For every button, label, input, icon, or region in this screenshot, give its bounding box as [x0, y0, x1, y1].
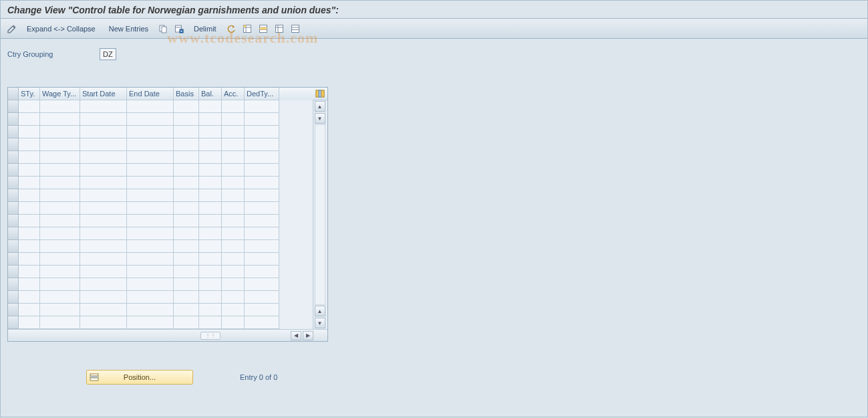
cell-start[interactable]: [80, 215, 127, 227]
row-selector[interactable]: [8, 278, 19, 291]
cell-ded[interactable]: [245, 291, 279, 304]
cell-end[interactable]: [127, 304, 174, 316]
col-header-sty[interactable]: STy.: [19, 88, 40, 100]
cell-basis[interactable]: [174, 304, 199, 316]
cell-start[interactable]: [80, 304, 127, 316]
delimit-button[interactable]: Delimit: [188, 21, 223, 36]
cell-basis[interactable]: [174, 227, 199, 240]
table-row[interactable]: [8, 316, 313, 329]
vertical-scrollbar[interactable]: ▲ ▼ ▲ ▼: [313, 100, 326, 329]
cell-bal[interactable]: [199, 304, 222, 316]
cell-bal[interactable]: [199, 240, 222, 253]
cell-sty[interactable]: [19, 304, 40, 316]
cell-bal[interactable]: [199, 100, 222, 113]
cell-ded[interactable]: [245, 240, 279, 253]
cell-acc[interactable]: [222, 138, 245, 151]
cell-bal[interactable]: [199, 177, 222, 189]
cell-basis[interactable]: [174, 113, 199, 126]
cell-basis[interactable]: [174, 291, 199, 304]
cell-acc[interactable]: [222, 304, 245, 316]
cell-wage[interactable]: [40, 215, 80, 227]
table-row[interactable]: [8, 215, 313, 227]
row-selector[interactable]: [8, 113, 19, 126]
cell-start[interactable]: [80, 240, 127, 253]
cell-end[interactable]: [127, 227, 174, 240]
cell-bal[interactable]: [199, 189, 222, 202]
cell-wage[interactable]: [40, 126, 80, 138]
cell-bal[interactable]: [199, 266, 222, 278]
cell-wage[interactable]: [40, 100, 80, 113]
cell-ded[interactable]: [245, 151, 279, 164]
cell-acc[interactable]: [222, 266, 245, 278]
row-selector[interactable]: [8, 266, 19, 278]
cell-sty[interactable]: [19, 177, 40, 189]
row-selector[interactable]: [8, 215, 19, 227]
table-row[interactable]: [8, 202, 313, 215]
row-selector[interactable]: [8, 126, 19, 138]
cell-ded[interactable]: [245, 227, 279, 240]
cell-wage[interactable]: [40, 316, 80, 329]
cell-acc[interactable]: [222, 215, 245, 227]
col-header-ded[interactable]: DedTy...: [245, 88, 279, 100]
cell-start[interactable]: [80, 164, 127, 177]
cell-acc[interactable]: [222, 126, 245, 138]
cell-end[interactable]: [127, 164, 174, 177]
cell-ded[interactable]: [245, 113, 279, 126]
cell-end[interactable]: [127, 316, 174, 329]
table-delete-icon[interactable]: [172, 21, 186, 36]
cell-start[interactable]: [80, 126, 127, 138]
cell-bal[interactable]: [199, 278, 222, 291]
cell-basis[interactable]: [174, 266, 199, 278]
col-header-end[interactable]: End Date: [127, 88, 174, 100]
col-header-start[interactable]: Start Date: [80, 88, 127, 100]
cell-ded[interactable]: [245, 215, 279, 227]
cell-end[interactable]: [127, 215, 174, 227]
cell-sty[interactable]: [19, 138, 40, 151]
cell-ded[interactable]: [245, 138, 279, 151]
cell-acc[interactable]: [222, 291, 245, 304]
cell-end[interactable]: [127, 113, 174, 126]
cell-basis[interactable]: [174, 151, 199, 164]
cell-sty[interactable]: [19, 316, 40, 329]
cell-sty[interactable]: [19, 151, 40, 164]
cell-wage[interactable]: [40, 138, 80, 151]
col-header-bal[interactable]: Bal.: [199, 88, 222, 100]
cell-ded[interactable]: [245, 253, 279, 266]
table-row[interactable]: [8, 113, 313, 126]
scroll-track[interactable]: [315, 124, 325, 305]
cell-ded[interactable]: [245, 266, 279, 278]
cell-end[interactable]: [127, 138, 174, 151]
row-selector[interactable]: [8, 138, 19, 151]
cell-ded[interactable]: [245, 316, 279, 329]
cell-start[interactable]: [80, 202, 127, 215]
cell-start[interactable]: [80, 138, 127, 151]
cell-acc[interactable]: [222, 240, 245, 253]
cell-wage[interactable]: [40, 240, 80, 253]
cell-ded[interactable]: [245, 304, 279, 316]
table-row[interactable]: [8, 151, 313, 164]
cell-basis[interactable]: [174, 253, 199, 266]
cell-acc[interactable]: [222, 164, 245, 177]
cell-end[interactable]: [127, 151, 174, 164]
scroll-right-icon[interactable]: ▶: [303, 331, 313, 340]
cell-sty[interactable]: [19, 113, 40, 126]
cell-start[interactable]: [80, 227, 127, 240]
table-row[interactable]: [8, 240, 313, 253]
row-selector[interactable]: [8, 202, 19, 215]
row-selector[interactable]: [8, 291, 19, 304]
table-row[interactable]: [8, 100, 313, 113]
scroll-down-icon[interactable]: ▼: [315, 318, 325, 328]
cell-wage[interactable]: [40, 164, 80, 177]
cell-acc[interactable]: [222, 100, 245, 113]
col-header-basis[interactable]: Basis: [174, 88, 199, 100]
cell-bal[interactable]: [199, 164, 222, 177]
cell-basis[interactable]: [174, 138, 199, 151]
table-row[interactable]: [8, 291, 313, 304]
cell-bal[interactable]: [199, 113, 222, 126]
cell-start[interactable]: [80, 316, 127, 329]
row-selector[interactable]: [8, 100, 19, 113]
cell-wage[interactable]: [40, 202, 80, 215]
scroll-left-icon[interactable]: ◀: [291, 331, 301, 340]
scroll-up-icon[interactable]: ▲: [315, 101, 325, 112]
cell-wage[interactable]: [40, 113, 80, 126]
